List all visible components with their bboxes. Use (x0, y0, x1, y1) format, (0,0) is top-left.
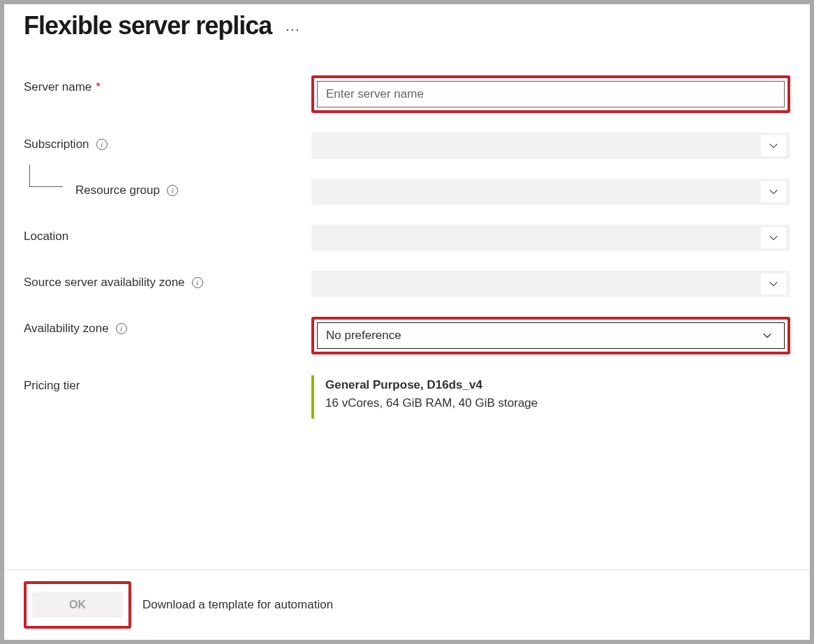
availability-zone-value: No preference (326, 329, 401, 343)
label-location: Location (24, 225, 311, 244)
page-title: Flexible server replica (24, 11, 272, 40)
row-resource-group: Resource group i (24, 179, 790, 205)
row-subscription: Subscription i (24, 133, 790, 159)
chevron-down-icon (761, 181, 786, 202)
info-icon[interactable]: i (116, 323, 127, 334)
chevron-down-icon (755, 325, 780, 346)
label-text-subscription: Subscription (24, 137, 89, 151)
blade-header: Flexible server replica ··· (24, 11, 790, 40)
row-pricing-tier: Pricing tier General Purpose, D16ds_v4 1… (24, 374, 790, 419)
label-text-server-name: Server name (24, 80, 91, 94)
resource-group-select[interactable] (311, 179, 790, 205)
pricing-tier-card: General Purpose, D16ds_v4 16 vCores, 64 … (311, 375, 790, 419)
blade-window: Flexible server replica ··· Server name … (4, 4, 810, 640)
source-az-select[interactable] (311, 271, 790, 297)
blade-footer: OK Download a template for automation (4, 569, 810, 640)
label-subscription: Subscription i (24, 133, 311, 151)
chevron-down-icon (761, 135, 786, 156)
tree-line-icon (29, 165, 63, 187)
label-resource-group: Resource group i (24, 179, 311, 197)
location-select[interactable] (311, 225, 790, 251)
chevron-down-icon (761, 227, 786, 248)
row-server-name: Server name * (24, 75, 790, 113)
blade-content: Flexible server replica ··· Server name … (4, 4, 810, 569)
more-menu-icon[interactable]: ··· (286, 15, 300, 37)
info-icon[interactable]: i (192, 277, 203, 288)
pricing-tier-details: 16 vCores, 64 GiB RAM, 40 GiB storage (325, 396, 790, 410)
availability-zone-select[interactable]: No preference (317, 322, 785, 349)
label-text-resource-group: Resource group (75, 184, 160, 197)
ok-button[interactable]: OK (32, 592, 123, 617)
highlight-ok-button: OK (24, 581, 131, 629)
label-server-name: Server name * (24, 75, 311, 94)
label-text-source-az: Source server availability zone (24, 276, 185, 290)
download-template-link[interactable]: Download a template for automation (142, 598, 333, 612)
info-icon[interactable]: i (96, 139, 108, 150)
chevron-down-icon (761, 274, 786, 294)
row-availability-zone: Availability zone i No preference (24, 317, 790, 354)
label-availability-zone: Availability zone i (24, 317, 311, 336)
pricing-tier-title: General Purpose, D16ds_v4 (325, 378, 790, 392)
subscription-select[interactable] (311, 133, 790, 159)
label-text-pricing-tier: Pricing tier (24, 379, 80, 393)
server-name-input[interactable] (317, 81, 785, 107)
info-icon[interactable]: i (167, 185, 178, 196)
highlight-server-name (311, 75, 790, 113)
label-source-az: Source server availability zone i (24, 271, 311, 290)
row-source-az: Source server availability zone i (24, 271, 790, 297)
label-text-location: Location (24, 230, 68, 244)
required-asterisk: * (96, 80, 101, 94)
label-text-availability-zone: Availability zone (24, 322, 109, 336)
highlight-availability-zone: No preference (311, 317, 790, 354)
row-location: Location (24, 225, 790, 251)
label-pricing-tier: Pricing tier (24, 374, 311, 393)
